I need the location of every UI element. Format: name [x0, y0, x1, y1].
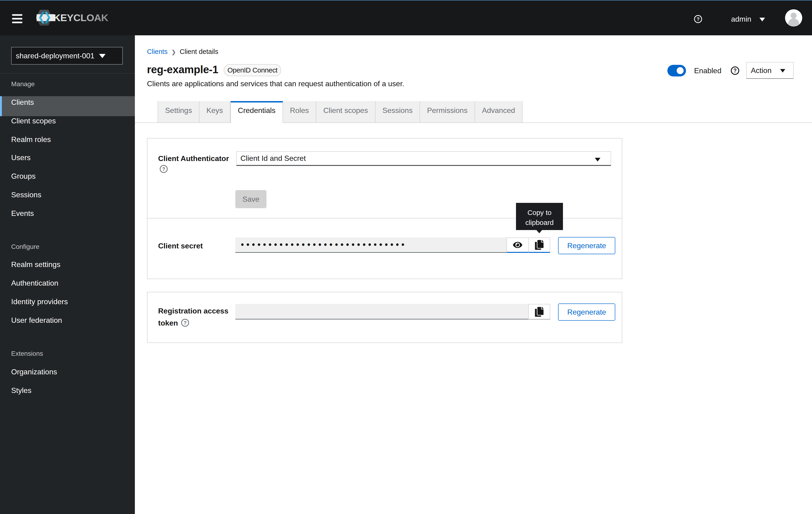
svg-text:?: ? [184, 320, 187, 326]
svg-text:?: ? [733, 68, 737, 74]
svg-text:KEYCLOAK: KEYCLOAK [53, 12, 108, 23]
svg-text:?: ? [696, 16, 699, 22]
svg-text:?: ? [162, 166, 165, 172]
